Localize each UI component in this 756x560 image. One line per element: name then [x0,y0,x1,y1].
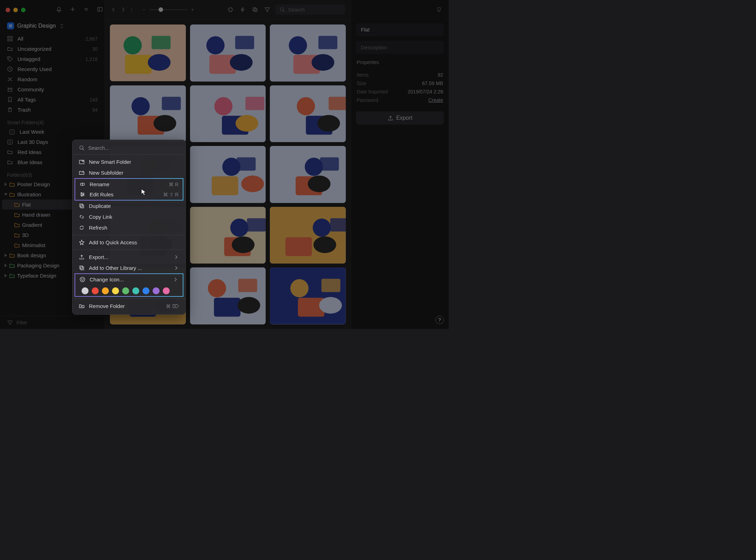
ctx-new-smart-folder[interactable]: New Smart Folder [72,156,186,167]
svg-rect-103 [81,267,84,270]
chevron-right-icon [173,276,178,282]
removefolder-icon [79,303,85,309]
ctx-remove-folder[interactable]: Remove Folder⌘ ⌦ [72,301,186,312]
svg-rect-101 [81,205,84,208]
svg-point-93 [80,146,83,149]
addlib-icon [79,265,85,271]
ctx-edit-rules[interactable]: Edit Rules⌘ ⇧ R [75,189,183,200]
svg-point-105 [81,279,82,279]
ctx-add-to-other-library[interactable]: Add to Other Library ... [72,262,186,273]
color-swatch[interactable] [122,287,129,294]
color-swatch[interactable] [163,287,170,294]
modal-overlay [0,0,449,329]
color-swatch[interactable] [92,287,99,294]
ctx-rename[interactable]: Rename⌘ R [75,179,183,189]
svg-point-106 [83,279,84,279]
color-swatch[interactable] [153,287,160,294]
help-button[interactable]: ? [435,316,444,324]
svg-rect-102 [80,266,83,269]
color-swatch[interactable] [102,287,109,294]
refresh-icon [79,225,85,231]
svg-point-98 [83,194,84,195]
ctx-highlight-rename: Rename⌘ REdit Rules⌘ ⇧ R [75,178,183,201]
ctx-color-row [75,285,183,296]
color-swatch[interactable] [112,287,119,294]
svg-rect-100 [80,204,83,207]
smiley-icon [79,276,85,282]
ctx-change-icon[interactable]: Change Icon... [75,274,183,285]
ctx-copy-link[interactable]: Copy Link [72,211,186,222]
chevron-right-icon [173,265,179,271]
color-swatch[interactable] [82,287,89,294]
rename-icon [79,181,85,187]
context-menu: Search... New Smart FolderNew Subfolder … [72,140,186,315]
star-icon [79,239,85,245]
search-icon [79,145,85,151]
ctx-add-to-quick-access[interactable]: Add to Quick Access [72,237,186,248]
svg-point-95 [82,160,83,162]
chevron-right-icon [173,254,179,260]
ctx-refresh[interactable]: Refresh [72,222,186,233]
svg-point-99 [81,195,82,196]
smartfolder-icon [79,159,85,165]
svg-point-97 [81,192,82,194]
ctx-highlight-changeicon: Change Icon... [75,273,183,297]
rules-icon [79,191,85,197]
newfolder-icon [79,170,85,176]
link-icon [79,214,85,220]
svg-point-104 [80,277,85,282]
duplicate-icon [79,203,85,209]
color-swatch[interactable] [142,287,149,294]
ctx-export[interactable]: Export... [72,252,186,262]
ctx-duplicate[interactable]: Duplicate [72,201,186,211]
ctx-new-subfolder[interactable]: New Subfolder [72,167,186,178]
ctx-search[interactable]: Search... [76,144,182,152]
color-swatch[interactable] [132,287,139,294]
export-icon [79,254,85,260]
